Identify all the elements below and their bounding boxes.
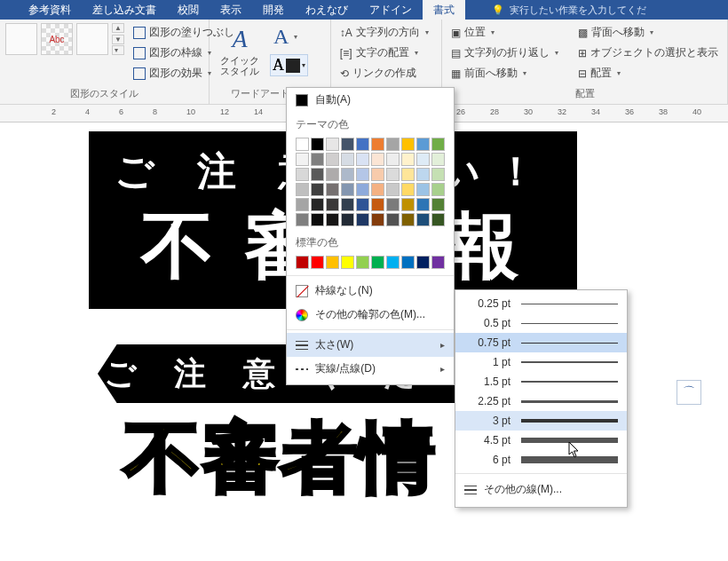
color-swatch[interactable] bbox=[311, 213, 324, 226]
color-swatch[interactable] bbox=[416, 198, 430, 211]
tab-addins[interactable]: アドイン bbox=[359, 0, 423, 20]
color-swatch[interactable] bbox=[296, 168, 309, 181]
color-swatch[interactable] bbox=[371, 183, 384, 196]
color-swatch[interactable] bbox=[311, 256, 324, 269]
color-swatch[interactable] bbox=[431, 183, 445, 196]
wordart-yellow-text[interactable]: 不審者情 bbox=[124, 407, 437, 510]
color-swatch[interactable] bbox=[356, 153, 369, 166]
color-swatch[interactable] bbox=[311, 198, 324, 211]
color-swatch[interactable] bbox=[431, 168, 445, 181]
color-swatch[interactable] bbox=[296, 183, 309, 196]
color-swatch[interactable] bbox=[356, 168, 369, 181]
send-backward-menu[interactable]: ▩背面へ移動 bbox=[574, 23, 722, 42]
position-menu[interactable]: ▣位置 bbox=[447, 23, 562, 42]
shape-style-thumb[interactable] bbox=[76, 23, 108, 55]
color-swatch[interactable] bbox=[326, 138, 339, 151]
text-direction-menu[interactable]: ↕A文字列の方向 bbox=[336, 23, 432, 42]
color-swatch[interactable] bbox=[416, 256, 430, 269]
document-canvas[interactable]: ご 注 意い！ 不 審報 ご 注 意 く だ さ い 不審者情 ⌒ 自動(A) … bbox=[0, 122, 728, 561]
color-swatch[interactable] bbox=[296, 213, 309, 226]
weight-option[interactable]: 3 pt bbox=[455, 411, 627, 431]
color-swatch[interactable] bbox=[356, 198, 369, 211]
color-swatch[interactable] bbox=[386, 138, 400, 151]
weight-option[interactable]: 0.25 pt bbox=[455, 294, 627, 313]
color-swatch[interactable] bbox=[371, 138, 384, 151]
create-link-button[interactable]: ⟲リンクの作成 bbox=[336, 64, 432, 83]
color-swatch[interactable] bbox=[326, 153, 339, 166]
outline-more-colors[interactable]: その他の輪郭の色(M)... bbox=[287, 303, 454, 327]
align-menu[interactable]: ⊟配置 bbox=[574, 64, 722, 83]
weight-option[interactable]: 0.5 pt bbox=[455, 313, 627, 333]
color-swatch[interactable] bbox=[386, 198, 400, 211]
color-swatch[interactable] bbox=[416, 168, 430, 181]
color-swatch[interactable] bbox=[341, 153, 354, 166]
text-outline-menu[interactable]: A ▾ bbox=[270, 54, 308, 76]
tab-format[interactable]: 書式 bbox=[423, 0, 465, 20]
color-swatch[interactable] bbox=[401, 138, 415, 151]
shape-style-gallery[interactable]: Abc ▲ ▼ ▾ bbox=[5, 23, 124, 55]
color-swatch[interactable] bbox=[356, 213, 369, 226]
bring-forward-menu[interactable]: ▦前面へ移動 bbox=[447, 64, 562, 83]
tab-developer[interactable]: 開発 bbox=[252, 0, 295, 20]
color-swatch[interactable] bbox=[326, 168, 339, 181]
weight-option[interactable]: 1 pt bbox=[455, 352, 627, 372]
color-swatch[interactable] bbox=[296, 153, 309, 166]
color-swatch[interactable] bbox=[416, 138, 430, 151]
color-swatch[interactable] bbox=[341, 213, 354, 226]
color-swatch[interactable] bbox=[431, 138, 445, 151]
color-swatch[interactable] bbox=[386, 256, 400, 269]
color-swatch[interactable] bbox=[371, 256, 384, 269]
color-swatch[interactable] bbox=[341, 198, 354, 211]
color-swatch[interactable] bbox=[371, 168, 384, 181]
gallery-down-icon[interactable]: ▼ bbox=[112, 35, 124, 44]
color-swatch[interactable] bbox=[416, 153, 430, 166]
layout-options-button[interactable]: ⌒ bbox=[677, 380, 701, 405]
color-swatch[interactable] bbox=[371, 153, 384, 166]
color-swatch[interactable] bbox=[401, 198, 415, 211]
color-swatch[interactable] bbox=[371, 198, 384, 211]
color-swatch[interactable] bbox=[311, 168, 324, 181]
color-swatch[interactable] bbox=[371, 213, 384, 226]
color-swatch[interactable] bbox=[296, 256, 309, 269]
color-swatch[interactable] bbox=[431, 213, 445, 226]
color-swatch[interactable] bbox=[326, 198, 339, 211]
color-swatch[interactable] bbox=[341, 138, 354, 151]
color-swatch[interactable] bbox=[311, 183, 324, 196]
color-swatch[interactable] bbox=[431, 153, 445, 166]
color-swatch[interactable] bbox=[401, 168, 415, 181]
selection-pane-button[interactable]: ⊞オブジェクトの選択と表示 bbox=[574, 43, 722, 62]
color-swatch[interactable] bbox=[296, 138, 309, 151]
weight-option[interactable]: 2.25 pt bbox=[455, 391, 627, 411]
color-swatch[interactable] bbox=[386, 168, 400, 181]
text-align-menu[interactable]: [≡]文字の配置 bbox=[336, 43, 432, 62]
color-swatch[interactable] bbox=[356, 183, 369, 196]
color-swatch[interactable] bbox=[401, 213, 415, 226]
color-swatch[interactable] bbox=[296, 198, 309, 211]
color-swatch[interactable] bbox=[326, 213, 339, 226]
tell-me-search[interactable]: 💡 実行したい作業を入力してくだ bbox=[492, 4, 646, 17]
color-swatch[interactable] bbox=[356, 256, 369, 269]
color-swatch[interactable] bbox=[431, 256, 445, 269]
weight-option[interactable]: 0.75 pt bbox=[455, 333, 627, 352]
color-swatch[interactable] bbox=[386, 153, 400, 166]
color-swatch[interactable] bbox=[386, 183, 400, 196]
wrap-text-menu[interactable]: ▤文字列の折り返し bbox=[447, 43, 562, 62]
color-swatch[interactable] bbox=[386, 213, 400, 226]
color-swatch[interactable] bbox=[326, 256, 339, 269]
tab-mailings[interactable]: 差し込み文書 bbox=[82, 0, 167, 20]
weight-option[interactable]: 1.5 pt bbox=[455, 372, 627, 391]
weight-more-lines[interactable]: その他の線(M)... bbox=[455, 478, 627, 502]
color-swatch[interactable] bbox=[311, 153, 324, 166]
tab-view[interactable]: 表示 bbox=[210, 0, 252, 20]
color-swatch[interactable] bbox=[401, 153, 415, 166]
color-swatch[interactable] bbox=[431, 198, 445, 211]
color-swatch[interactable] bbox=[341, 168, 354, 181]
color-swatch[interactable] bbox=[416, 183, 430, 196]
color-swatch[interactable] bbox=[416, 213, 430, 226]
outline-none[interactable]: 枠線なし(N) bbox=[287, 279, 454, 303]
tab-references[interactable]: 参考資料 bbox=[18, 0, 82, 20]
shape-style-thumb[interactable]: Abc bbox=[41, 23, 73, 55]
weight-option[interactable]: 6 pt bbox=[455, 450, 627, 470]
text-fill-menu[interactable]: A bbox=[270, 23, 308, 51]
shape-style-thumb[interactable] bbox=[5, 23, 37, 55]
